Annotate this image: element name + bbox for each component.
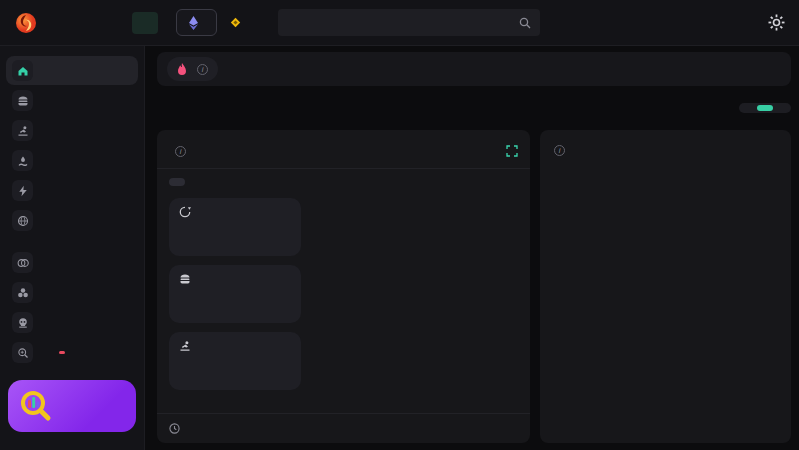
flame-icon <box>177 63 187 76</box>
sidebar-item-sandwich[interactable] <box>6 86 138 115</box>
hot-info-icon[interactable]: i <box>197 64 208 75</box>
new-badge <box>59 351 65 354</box>
arbitrage-icon <box>179 206 191 218</box>
brand[interactable] <box>14 11 132 35</box>
sidebar-collapse-button[interactable] <box>132 12 158 34</box>
stat-card-arbitrage[interactable] <box>169 198 301 256</box>
top-bar <box>0 0 799 46</box>
stat-card-sandwich[interactable] <box>169 265 301 323</box>
liquidation-icon <box>179 340 191 352</box>
sidebar-item-malicious-tokens[interactable] <box>6 308 138 337</box>
sidebar-item-liquidation[interactable] <box>6 116 138 145</box>
liquidation-icon <box>17 125 29 137</box>
live-stream-info-icon[interactable]: i <box>554 145 565 156</box>
chart-column <box>311 194 518 413</box>
performance-tabs <box>169 178 518 186</box>
performance-body <box>169 194 518 413</box>
search-icon[interactable] <box>519 17 531 29</box>
range-24h[interactable] <box>741 105 757 111</box>
sidebar-item-mev-live-stream[interactable] <box>6 206 138 235</box>
app-root: i i <box>0 0 799 450</box>
stat-card-liquidation[interactable] <box>169 332 301 390</box>
ethereum-icon <box>189 16 198 30</box>
time-range-toggle <box>739 103 791 113</box>
network-ethereum-button[interactable] <box>176 9 217 36</box>
tab-by-profit[interactable] <box>169 178 185 186</box>
live-stream-globe-icon <box>17 215 29 227</box>
top-nav <box>690 14 785 31</box>
lending-icon <box>17 155 29 167</box>
performance-card: i <box>157 130 530 443</box>
flashloan-icon <box>17 185 29 197</box>
eigentx-icon <box>17 347 29 359</box>
range-30d[interactable] <box>773 105 789 111</box>
hot-ticker-bar: i <box>157 52 791 86</box>
sidebar-divider <box>6 236 138 248</box>
eigenphi-logo-icon <box>14 11 38 35</box>
sidebar-item-pools[interactable] <box>6 278 138 307</box>
search-bar <box>278 9 540 36</box>
search-input[interactable] <box>287 17 519 29</box>
sidebar-item-eigentx[interactable] <box>6 338 138 367</box>
performance-card-header: i <box>169 140 518 162</box>
sidebar <box>0 46 145 450</box>
home-icon <box>17 65 29 77</box>
stats-column <box>169 198 301 413</box>
bsc-icon <box>229 16 242 29</box>
hot-pill: i <box>167 57 218 81</box>
expand-icon[interactable] <box>506 145 518 157</box>
tab-by-volume[interactable] <box>189 178 205 186</box>
eigentx-promo-icon <box>18 389 52 423</box>
network-bsc-button[interactable] <box>217 9 260 36</box>
clock-icon <box>169 423 180 434</box>
live-stream-card: i <box>540 130 791 443</box>
cards-row: i <box>157 130 791 443</box>
eigentx-promo-card[interactable] <box>8 380 136 432</box>
sidebar-item-lending[interactable] <box>6 146 138 175</box>
main-content: i i <box>145 46 799 450</box>
sandwich-icon <box>179 273 191 285</box>
performance-footer <box>157 413 530 443</box>
live-stream-rows <box>548 172 787 443</box>
live-stream-header: i <box>548 140 787 160</box>
sidebar-item-tokens[interactable] <box>6 248 138 277</box>
sidebar-item-flashloan[interactable] <box>6 176 138 205</box>
mev-performance-chart <box>311 194 518 397</box>
range-7d[interactable] <box>757 105 773 111</box>
skull-icon <box>17 317 29 329</box>
tokens-icon <box>17 257 29 269</box>
sidebar-item-home[interactable] <box>6 56 138 85</box>
sandwich-icon <box>17 95 29 107</box>
pools-icon <box>17 287 29 299</box>
settings-gear-icon[interactable] <box>768 14 785 31</box>
divider <box>157 168 530 169</box>
page-header <box>157 86 791 130</box>
performance-info-icon[interactable]: i <box>175 146 186 157</box>
